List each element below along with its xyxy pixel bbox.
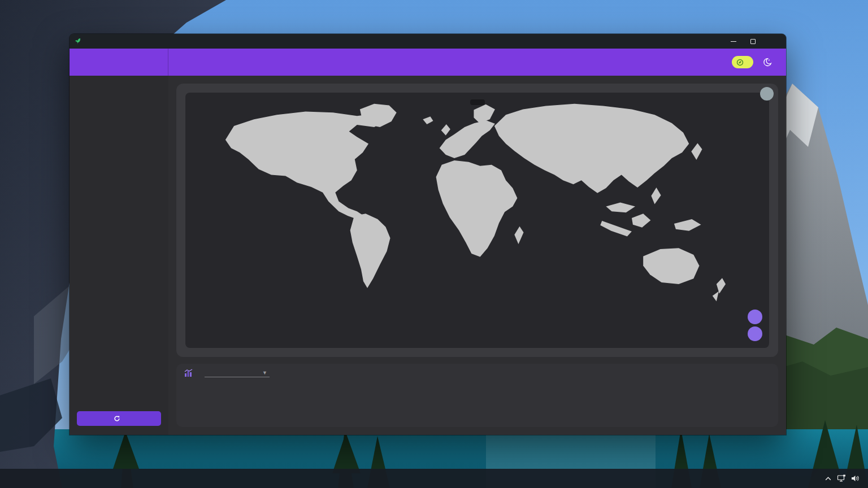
zoom-out-button[interactable] (748, 326, 762, 341)
nav-panel-header (70, 49, 168, 76)
app-window: ▼ (70, 34, 786, 435)
world-map-art (185, 93, 769, 348)
map-zoom-controls (748, 310, 762, 341)
timeline-filter-select[interactable]: ▼ (205, 369, 270, 377)
theme-toggle[interactable] (762, 58, 776, 67)
activity-timeline-panel: ▼ (176, 364, 778, 427)
timeline-chart (184, 380, 770, 425)
main-content: ▼ (168, 76, 786, 435)
timeline-chart-icon (184, 369, 193, 377)
help-button[interactable] (760, 87, 774, 101)
refresh-button[interactable] (77, 411, 161, 426)
app-logo-icon (74, 38, 81, 45)
admin-badge[interactable] (732, 56, 753, 68)
close-button[interactable] (762, 34, 782, 49)
minimize-button[interactable] (724, 34, 743, 49)
sidebar (70, 76, 168, 435)
tray-chevron-up-icon[interactable] (824, 475, 832, 482)
admin-leaf-icon (736, 59, 744, 66)
system-tray (824, 469, 865, 488)
zoom-in-button[interactable] (748, 310, 762, 324)
refresh-icon (114, 415, 120, 422)
focus-mode-tooltip (470, 99, 485, 105)
speaker-icon[interactable] (851, 474, 860, 482)
app-header (70, 49, 786, 76)
network-icon[interactable] (837, 474, 846, 482)
chevron-down-icon: ▼ (262, 370, 267, 376)
taskbar (0, 469, 868, 488)
maximize-button[interactable] (743, 34, 762, 49)
map-panel (176, 84, 778, 357)
title-bar (70, 34, 786, 49)
world-map[interactable] (185, 93, 769, 348)
moon-icon (762, 58, 772, 67)
